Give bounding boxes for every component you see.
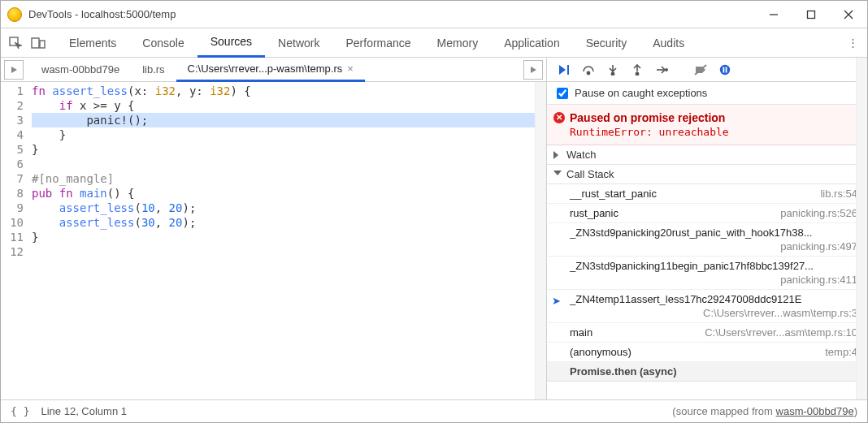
file-tab[interactable]: lib.rs bbox=[131, 58, 176, 82]
code-line[interactable]: pub fn main() { bbox=[32, 186, 546, 201]
status-bar: { } Line 12, Column 1 (source mapped fro… bbox=[1, 399, 867, 422]
file-tab[interactable]: wasm-00bbd79e bbox=[30, 58, 131, 82]
step-into-button[interactable] bbox=[604, 61, 622, 79]
tab-audits[interactable]: Audits bbox=[640, 28, 697, 58]
overflow-menu-icon[interactable]: ⋮ bbox=[841, 37, 864, 49]
step-over-button[interactable] bbox=[579, 61, 597, 79]
devtools-tabbar: ElementsConsoleSourcesNetworkPerformance… bbox=[1, 28, 867, 58]
stack-frame[interactable]: mainC:\Users\rrever...asm\temp.rs:10 bbox=[547, 323, 867, 343]
code-line[interactable]: assert_less(10, 20); bbox=[32, 201, 546, 215]
window-title: DevTools - localhost:5000/temp bbox=[28, 8, 755, 20]
close-button[interactable] bbox=[830, 1, 867, 28]
tab-network[interactable]: Network bbox=[265, 28, 332, 58]
paused-title: Paused on promise rejection bbox=[570, 111, 859, 124]
minimize-button[interactable] bbox=[755, 1, 792, 28]
watch-section-header[interactable]: Watch bbox=[547, 145, 867, 165]
stack-frame[interactable]: __rust_start_paniclib.rs:54 bbox=[547, 184, 867, 204]
svg-rect-21 bbox=[726, 67, 727, 72]
file-tabbar: wasm-00bbd79elib.rsC:\Users\rrever...p-w… bbox=[1, 58, 546, 82]
stack-frame[interactable]: _ZN3std9panicking20rust_panic_with_hook1… bbox=[547, 223, 867, 257]
devtools-app-icon bbox=[7, 7, 22, 22]
code-body[interactable]: fn assert_less(x: i32, y: i32) { if x >=… bbox=[28, 82, 546, 399]
svg-marker-7 bbox=[11, 67, 17, 73]
paused-message: RuntimeError: unreachable bbox=[570, 126, 859, 138]
code-line[interactable]: panic!(); bbox=[32, 113, 546, 127]
stack-frame[interactable]: _ZN3std9panicking11begin_panic17hf8bbc13… bbox=[547, 257, 867, 290]
tab-performance[interactable]: Performance bbox=[332, 28, 423, 58]
svg-rect-6 bbox=[40, 41, 45, 48]
svg-point-15 bbox=[636, 72, 638, 75]
code-line[interactable] bbox=[32, 157, 546, 171]
source-editor[interactable]: 123456789101112 fn assert_less(x: i32, y… bbox=[1, 82, 546, 399]
tab-memory[interactable]: Memory bbox=[424, 28, 492, 58]
stack-frame[interactable]: ➤_ZN4temp11assert_less17hc29247008ddc912… bbox=[547, 290, 867, 323]
more-tabs-button[interactable] bbox=[523, 60, 543, 80]
svg-marker-8 bbox=[531, 67, 536, 73]
code-line[interactable]: } bbox=[32, 230, 546, 244]
svg-rect-5 bbox=[32, 38, 39, 48]
source-mapped-link[interactable]: wasm-00bbd79e bbox=[776, 405, 854, 417]
pause-on-caught-label: Pause on caught exceptions bbox=[575, 87, 707, 99]
pause-exceptions-button[interactable] bbox=[716, 61, 734, 79]
close-tab-icon[interactable]: × bbox=[347, 63, 354, 75]
async-separator: Promise.then (async) bbox=[547, 362, 867, 382]
resume-button[interactable] bbox=[555, 61, 573, 79]
chevron-right-icon bbox=[553, 151, 558, 159]
stack-frame[interactable]: rust_panicpanicking.rs:526 bbox=[547, 204, 867, 223]
inspect-element-icon[interactable] bbox=[4, 32, 27, 54]
chevron-down-icon bbox=[553, 170, 562, 175]
svg-point-17 bbox=[666, 68, 667, 70]
pause-on-caught-row: Pause on caught exceptions bbox=[547, 82, 867, 105]
step-button[interactable] bbox=[653, 61, 671, 79]
code-line[interactable] bbox=[32, 244, 546, 259]
tab-console[interactable]: Console bbox=[129, 28, 197, 58]
debugger-panel: Pause on caught exceptions ✕ Paused on p… bbox=[547, 58, 867, 399]
tab-sources[interactable]: Sources bbox=[197, 28, 265, 58]
svg-rect-20 bbox=[723, 67, 725, 72]
file-tab[interactable]: C:\Users\rrever...p-wasm\temp.rs× bbox=[176, 58, 365, 82]
code-line[interactable]: } bbox=[32, 142, 546, 157]
navigator-toggle-button[interactable] bbox=[4, 60, 24, 80]
error-icon: ✕ bbox=[553, 112, 565, 123]
svg-rect-10 bbox=[567, 65, 569, 75]
svg-point-13 bbox=[611, 72, 614, 75]
svg-marker-9 bbox=[559, 65, 566, 75]
stack-frame[interactable]: (anonymous)temp:4 bbox=[547, 343, 867, 362]
paused-banner: ✕ Paused on promise rejection RuntimeErr… bbox=[547, 105, 867, 145]
callstack-section-header[interactable]: Call Stack bbox=[547, 165, 867, 184]
call-stack-list: __rust_start_paniclib.rs:54rust_panicpan… bbox=[547, 184, 867, 399]
current-frame-icon: ➤ bbox=[552, 295, 561, 307]
debugger-toolbar bbox=[547, 58, 867, 82]
code-line[interactable]: } bbox=[32, 127, 546, 142]
svg-point-19 bbox=[720, 64, 730, 74]
code-line[interactable]: if x >= y { bbox=[32, 98, 546, 113]
line-gutter: 123456789101112 bbox=[1, 82, 28, 399]
maximize-button[interactable] bbox=[792, 1, 830, 28]
debugger-scrollbar[interactable] bbox=[856, 58, 867, 399]
tab-security[interactable]: Security bbox=[573, 28, 640, 58]
pretty-print-icon[interactable]: { } bbox=[11, 405, 29, 417]
code-line[interactable]: #[no_mangle] bbox=[32, 171, 546, 186]
window-titlebar: DevTools - localhost:5000/temp bbox=[1, 1, 867, 28]
cursor-position: Line 12, Column 1 bbox=[41, 405, 127, 417]
step-out-button[interactable] bbox=[628, 61, 646, 79]
pause-on-caught-checkbox[interactable] bbox=[557, 88, 568, 99]
tab-elements[interactable]: Elements bbox=[56, 28, 129, 58]
code-line[interactable]: fn assert_less(x: i32, y: i32) { bbox=[32, 84, 546, 98]
source-mapped-label: (source mapped from wasm-00bbd79e) bbox=[672, 405, 857, 417]
svg-point-11 bbox=[587, 71, 589, 74]
tab-application[interactable]: Application bbox=[491, 28, 573, 58]
deactivate-breakpoints-button[interactable] bbox=[692, 61, 710, 79]
code-line[interactable]: assert_less(30, 20); bbox=[32, 215, 546, 230]
editor-scrollbar[interactable] bbox=[535, 82, 546, 399]
svg-rect-1 bbox=[808, 11, 815, 18]
device-toolbar-icon[interactable] bbox=[27, 32, 50, 54]
